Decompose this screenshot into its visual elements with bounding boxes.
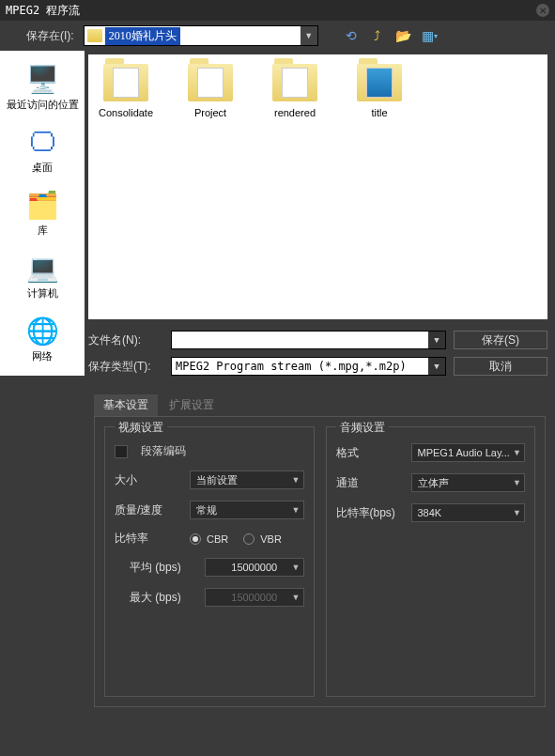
desktop-icon: 🖵 (25, 125, 59, 159)
nav-icons: ⟲ ⤴ 📂 ▦▾ (343, 27, 439, 44)
cbr-label: CBR (207, 533, 228, 545)
chevron-down-icon: ▼ (513, 478, 521, 487)
filename-label: 文件名(N): (88, 332, 163, 348)
tab-advanced[interactable]: 扩展设置 (160, 394, 224, 416)
filetype-value: MPEG2 Program stream (*.mpg,*.m2p) (176, 360, 407, 373)
computer-icon: 💻 (25, 251, 59, 285)
quality-select[interactable]: 常规▼ (190, 501, 304, 519)
sidebar-item-label: 库 (38, 224, 48, 238)
folder-label: Project (194, 107, 226, 118)
settings-panel: 视频设置 段落编码 大小 当前设置▼ 质量/速度 常规▼ 比特率 CBR (94, 416, 546, 707)
paragraph-encoding-label: 段落编码 (141, 443, 186, 459)
video-group-title: 视频设置 (115, 420, 167, 436)
folder-label: rendered (274, 107, 316, 118)
chevron-down-icon[interactable]: ▼ (428, 358, 445, 375)
paragraph-encoding-checkbox[interactable] (115, 445, 128, 458)
folder-project[interactable]: Project (177, 64, 244, 118)
size-label: 大小 (115, 472, 182, 488)
max-bitrate-input: 15000000▼ (205, 588, 304, 607)
path-text: 2010婚礼片头 (105, 27, 180, 45)
chevron-down-icon: ▼ (292, 475, 301, 485)
title-bar: MPEG2 程序流 ✕ (0, 0, 555, 21)
chevron-down-icon: ▼ (292, 593, 301, 602)
folder-icon (103, 64, 148, 101)
toolbar: 保存在(I): 2010婚礼片头 ▼ ⟲ ⤴ 📂 ▦▾ (0, 21, 555, 51)
format-select[interactable]: MPEG1 Audio Lay...▼ (411, 443, 526, 462)
sidebar-item-label: 计算机 (27, 286, 58, 301)
vbr-radio[interactable] (243, 533, 254, 545)
folder-icon (357, 64, 402, 101)
sidebar-item-desktop[interactable]: 🖵 桌面 (0, 121, 85, 178)
library-icon: 🗂️ (25, 188, 59, 222)
channel-label: 通道 (336, 475, 404, 491)
back-icon[interactable]: ⟲ (343, 27, 360, 44)
folder-consolidate[interactable]: Consolidate (92, 64, 160, 118)
up-icon[interactable]: ⤴ (369, 27, 386, 44)
window-title: MPEG2 程序流 (6, 3, 80, 19)
quality-label: 质量/速度 (115, 502, 182, 518)
video-settings-group: 视频设置 段落编码 大小 当前设置▼ 质量/速度 常规▼ 比特率 CBR (104, 426, 315, 697)
channel-select[interactable]: 立体声▼ (411, 473, 526, 492)
folder-icon (87, 29, 102, 42)
size-select[interactable]: 当前设置▼ (190, 471, 304, 489)
audio-settings-group: 音频设置 格式 MPEG1 Audio Lay...▼ 通道 立体声▼ 比特率(… (326, 426, 536, 697)
format-label: 格式 (336, 445, 404, 461)
sidebar-item-libraries[interactable]: 🗂️ 库 (0, 184, 85, 241)
sidebar-item-recent[interactable]: 🖥️ 最近访问的位置 (0, 58, 85, 116)
save-in-label: 保存在(I): (26, 28, 74, 44)
vbr-label: VBR (260, 533, 282, 545)
chevron-down-icon: ▼ (292, 563, 301, 572)
settings-tabs: 基本设置 扩展设置 (94, 394, 546, 416)
folder-icon (188, 64, 233, 101)
tab-basic[interactable]: 基本设置 (94, 394, 158, 416)
view-icon[interactable]: ▦▾ (422, 27, 439, 44)
audio-bitrate-label: 比特率(bps) (336, 505, 404, 521)
recent-icon: 🖥️ (25, 62, 59, 96)
close-button[interactable]: ✕ (536, 4, 549, 17)
sidebar-item-network[interactable]: 🌐 网络 (0, 310, 85, 367)
chevron-down-icon[interactable]: ▼ (301, 26, 317, 45)
cbr-radio[interactable] (190, 533, 201, 545)
audio-group-title: 音频设置 (336, 420, 389, 436)
sidebar-item-computer[interactable]: 💻 计算机 (0, 247, 85, 304)
filename-input[interactable]: ▼ (171, 331, 446, 349)
bitrate-label: 比特率 (115, 531, 182, 547)
sidebar-item-label: 网络 (32, 349, 53, 363)
avg-bitrate-label: 平均 (bps) (115, 560, 197, 576)
sidebar-item-label: 最近访问的位置 (7, 98, 79, 112)
max-bitrate-label: 最大 (bps) (115, 590, 197, 606)
save-button[interactable]: 保存(S) (454, 331, 547, 349)
sidebar-item-label: 桌面 (32, 161, 53, 175)
avg-bitrate-input[interactable]: 15000000▼ (205, 558, 304, 577)
chevron-down-icon[interactable]: ▼ (428, 332, 445, 348)
folder-rendered[interactable]: rendered (261, 64, 329, 118)
path-combo[interactable]: 2010婚礼片头 ▼ (84, 25, 318, 46)
audio-bitrate-select[interactable]: 384K▼ (411, 503, 526, 522)
folder-label: title (371, 107, 387, 118)
chevron-down-icon: ▼ (513, 448, 521, 457)
chevron-down-icon: ▼ (292, 505, 301, 515)
folder-icon (272, 64, 317, 101)
cancel-button[interactable]: 取消 (454, 357, 547, 376)
folder-label: Consolidate (99, 107, 153, 118)
chevron-down-icon: ▼ (513, 508, 521, 517)
places-sidebar: 🖥️ 最近访问的位置 🖵 桌面 🗂️ 库 💻 计算机 🌐 网络 (0, 51, 85, 376)
file-browser[interactable]: Consolidate Project rendered title (88, 54, 547, 319)
filetype-select[interactable]: MPEG2 Program stream (*.mpg,*.m2p) ▼ (171, 357, 446, 376)
new-folder-icon[interactable]: 📂 (395, 27, 412, 44)
network-icon: 🌐 (25, 314, 59, 347)
folder-title[interactable]: title (346, 64, 413, 118)
filetype-label: 保存类型(T): (88, 359, 163, 375)
